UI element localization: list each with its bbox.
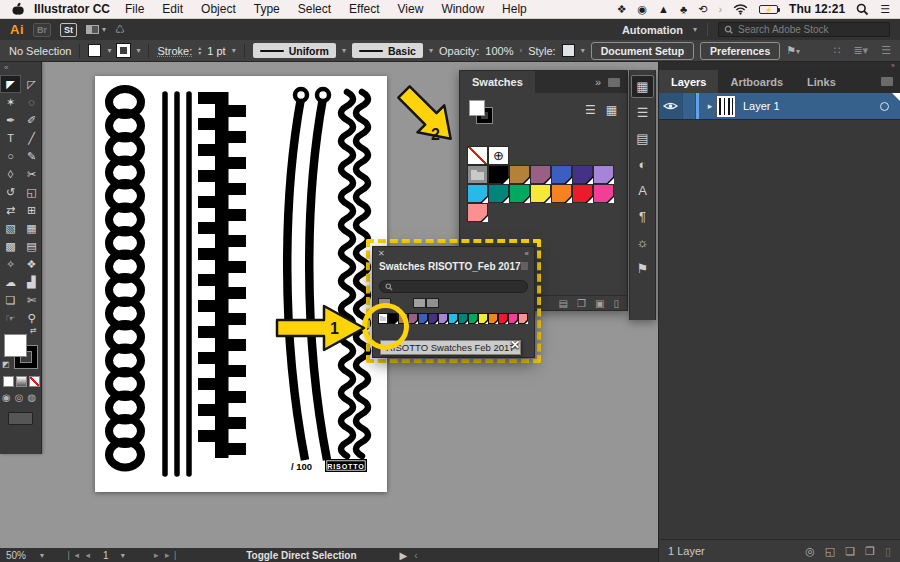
tool-symbol-sprayer[interactable]: ☁ (0, 273, 21, 291)
tab-links[interactable]: Links (795, 70, 848, 93)
swatch-registration[interactable]: ⊕ (488, 146, 509, 165)
menu-file[interactable]: File (116, 2, 153, 16)
tool-scissors[interactable]: ✂ (21, 165, 42, 183)
expand-layer-icon[interactable]: ▸ (703, 101, 717, 111)
swap-fill-stroke-icon[interactable]: ⇄ (30, 326, 37, 335)
panel-menu-icon[interactable] (608, 78, 620, 87)
swatch-fc8f8f[interactable] (467, 203, 488, 222)
swatch-gray[interactable] (413, 298, 426, 308)
delete-swatch-icon[interactable]: ▯ (613, 298, 619, 309)
swatch-a684d8[interactable] (593, 165, 614, 184)
spotlight-icon[interactable] (856, 3, 869, 16)
toolbar-collapse-icon[interactable]: « (0, 62, 41, 75)
collapse-panel-icon[interactable]: « (525, 249, 529, 258)
swatch-eb1b2c[interactable] (498, 313, 508, 324)
stroke-weight-stepper[interactable]: ▴▾ (198, 46, 201, 56)
swatch-b5813a[interactable] (509, 165, 530, 184)
menu-object[interactable]: Object (192, 2, 245, 16)
dropbox-icon[interactable]: ❖ (617, 3, 627, 16)
tab-layers[interactable]: Layers (659, 70, 718, 93)
gradient-button[interactable] (16, 376, 27, 387)
zoom-level[interactable]: 50% (6, 550, 26, 561)
tool-scale[interactable]: ◱ (21, 183, 42, 201)
chevron-down-icon[interactable]: ▾ (136, 46, 140, 55)
swatch-29b8e8[interactable] (448, 313, 458, 324)
share-icon[interactable]: ♺ (115, 23, 125, 36)
swatch-000000[interactable] (488, 165, 509, 184)
swatch-f58220[interactable] (488, 313, 498, 324)
tool-ellipse[interactable]: ○ (0, 147, 21, 165)
stroke-color-chip[interactable] (117, 44, 130, 57)
fill-proxy[interactable] (4, 334, 27, 357)
menu-window[interactable]: Window (432, 2, 493, 16)
menubar-clock[interactable]: Thu 12:21 (789, 2, 845, 16)
swatch-a684d8[interactable] (438, 313, 448, 324)
draw-behind-icon[interactable]: ◎ (15, 392, 24, 403)
creative-cloud-icon[interactable]: ◉ (638, 3, 648, 16)
close-icon[interactable]: ✕ (378, 249, 385, 258)
tool-magic-wand[interactable]: ✶ (0, 93, 21, 111)
tool-lasso[interactable]: ◌ (21, 93, 42, 111)
panel-icon-artboards[interactable]: ⚑ (631, 257, 654, 280)
stock-button[interactable]: St (60, 23, 77, 37)
fill-stroke-proxy[interactable] (469, 100, 499, 130)
swatch-ef3f97[interactable] (508, 313, 518, 324)
swatch-ef3f97[interactable] (593, 184, 614, 203)
swatch-none[interactable] (467, 146, 488, 165)
swatch-00847c[interactable] (488, 184, 509, 203)
artboard-number[interactable]: 1 (103, 550, 109, 561)
chevron-down-icon[interactable]: ▾ (429, 46, 433, 55)
brush-dropdown[interactable]: Basic (352, 43, 423, 58)
draw-normal-icon[interactable]: ◉ (2, 392, 11, 403)
stroke-weight-value[interactable]: 1 pt (207, 45, 225, 57)
panel-icon-transparency[interactable]: ◐ (631, 153, 654, 176)
new-sublayer-icon[interactable]: ❏ (845, 545, 855, 558)
layer-target-icon[interactable] (880, 102, 889, 111)
tool-line[interactable]: ╱ (21, 129, 42, 147)
swatch-search-field[interactable] (379, 280, 528, 293)
panel-menu-icon[interactable] (881, 77, 893, 86)
width-profile-dropdown[interactable]: Uniform (253, 43, 336, 58)
swatch-gray[interactable] (426, 298, 439, 308)
adobe-stock-search[interactable] (718, 22, 890, 37)
tool-pencil[interactable]: ✎ (21, 147, 42, 165)
layer-thumbnail[interactable] (717, 96, 735, 117)
dots-grid-icon[interactable]: ∷ (833, 44, 840, 57)
swatch-00a95f[interactable] (509, 184, 530, 203)
swatch-f6e83b[interactable] (478, 313, 488, 324)
bridge-button[interactable]: Br (33, 23, 51, 37)
back-icon[interactable]: ‹ (414, 550, 417, 561)
list-icon[interactable]: ☰ (881, 44, 891, 57)
tool-type[interactable]: T (0, 129, 21, 147)
battery-icon[interactable]: ⚡ (759, 5, 778, 14)
artboard[interactable]: / 100 RISOTTO (95, 76, 387, 492)
swatch-f58220[interactable] (551, 184, 572, 203)
new-color-group-icon[interactable]: ❐ (577, 298, 586, 309)
panel-icon-stroke[interactable]: ☰ (631, 101, 654, 124)
swatch-9a5f84[interactable] (408, 313, 418, 324)
swatch-453188[interactable] (572, 165, 593, 184)
tool-blend[interactable]: ❖ (21, 255, 42, 273)
tool-paintbrush[interactable]: ✐ (21, 111, 42, 129)
none-button[interactable] (29, 376, 40, 387)
menu-effect[interactable]: Effect (340, 2, 388, 16)
notification-center-icon[interactable]: ☰ (880, 3, 890, 16)
backup-icon[interactable]: ♣ (680, 3, 687, 16)
opacity-value[interactable]: 100% (485, 45, 513, 57)
align-options-icon[interactable]: ⚑▾ (786, 44, 800, 57)
panel-icon-swatches[interactable]: ▦ (631, 75, 654, 98)
chevron-down-icon[interactable]: ▾ (121, 551, 125, 560)
apple-menu-icon[interactable] (12, 2, 24, 16)
swatch-9a5f84[interactable] (530, 165, 551, 184)
tool-graph[interactable]: ▟ (21, 273, 42, 291)
tool-pen[interactable]: ✒ (0, 111, 21, 129)
style-chip[interactable] (562, 44, 575, 57)
google-drive-icon[interactable]: ▲ (658, 3, 669, 16)
bluetooth-icon[interactable]: › (718, 3, 722, 16)
panel-icon-character[interactable]: A (631, 179, 654, 202)
list-view-icon[interactable]: ☰ (585, 103, 596, 117)
tab-artboards[interactable]: Artboards (718, 70, 795, 93)
new-swatch-icon[interactable]: ▣ (595, 298, 604, 309)
document-setup-button[interactable]: Document Setup (591, 42, 694, 60)
swatch-f6e83b[interactable] (530, 184, 551, 203)
